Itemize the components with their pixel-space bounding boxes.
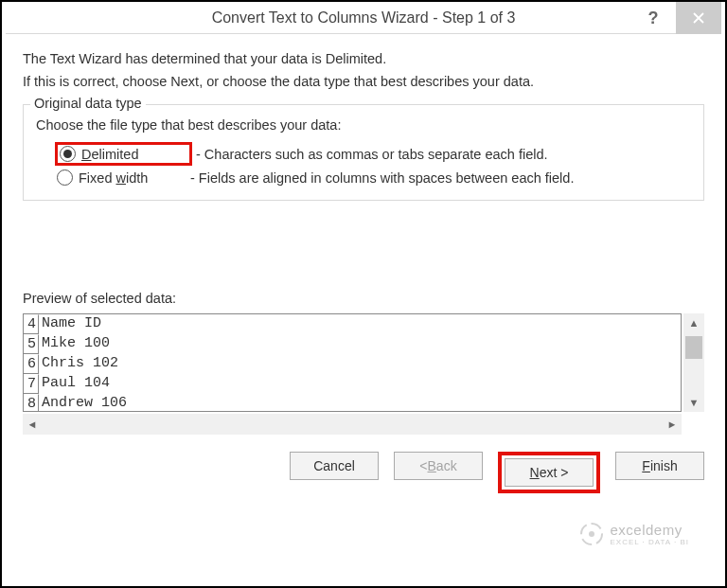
radio-delimited[interactable] <box>60 146 76 162</box>
original-data-type-group: Original data type Choose the file type … <box>23 97 704 201</box>
finish-button[interactable]: Finish <box>615 452 704 480</box>
close-button[interactable] <box>676 2 721 34</box>
group-title: Original data type <box>30 96 146 111</box>
radio-delimited-desc: - Characters such as commas or tabs sepa… <box>196 147 548 162</box>
back-button: < Back <box>394 452 483 480</box>
radio-delimited-label[interactable]: Delimited <box>81 147 184 162</box>
radio-delimited-row: Delimited - Characters such as commas or… <box>55 142 693 166</box>
svg-point-1 <box>589 531 594 537</box>
titlebar: Convert Text to Columns Wizard - Step 1 … <box>6 2 721 34</box>
preview-box[interactable]: 4Name ID 5Mike 100 6Chris 102 7Paul 104 … <box>23 313 682 412</box>
preview-label: Preview of selected data: <box>23 291 704 306</box>
scroll-down-icon[interactable]: ▼ <box>683 393 704 412</box>
preview-area: 4Name ID 5Mike 100 6Chris 102 7Paul 104 … <box>23 313 704 435</box>
preview-row: 5Mike 100 <box>24 334 681 354</box>
description-line-1: The Text Wizard has determined that your… <box>23 51 704 66</box>
radio-dot-icon <box>63 150 72 158</box>
cancel-button[interactable]: Cancel <box>290 452 379 480</box>
watermark-logo-icon <box>579 522 604 546</box>
scroll-right-icon[interactable]: ► <box>663 414 682 435</box>
radio-fixedwidth-label[interactable]: Fixed width <box>79 170 181 186</box>
help-button[interactable]: ? <box>630 2 676 34</box>
close-icon <box>692 11 705 25</box>
watermark-tagline: EXCEL · DATA · BI <box>610 538 689 546</box>
annotation-highlight-next: Next > <box>498 452 600 493</box>
preview-row: 8Andrew 106 <box>24 394 681 412</box>
preview-horizontal-scrollbar[interactable]: ◄ ► <box>23 414 682 435</box>
preview-row: 4Name ID <box>24 314 681 334</box>
dialog-title: Convert Text to Columns Wizard - Step 1 … <box>212 9 516 27</box>
svg-point-0 <box>581 524 602 544</box>
preview-vertical-scrollbar[interactable]: ▲ ▼ <box>683 313 704 412</box>
wizard-dialog: Convert Text to Columns Wizard - Step 1 … <box>6 2 721 579</box>
scroll-up-icon[interactable]: ▲ <box>683 313 704 332</box>
radio-fixedwidth-row: Fixed width - Fields are aligned in colu… <box>55 169 693 187</box>
watermark-brand: exceldemy <box>610 522 689 538</box>
next-button[interactable]: Next > <box>505 458 594 487</box>
preview-row: 7Paul 104 <box>24 374 681 394</box>
group-instruction: Choose the file type that best describes… <box>36 117 693 133</box>
radio-fixedwidth[interactable] <box>57 169 73 186</box>
annotation-highlight-delimited: Delimited <box>55 142 192 166</box>
scroll-thumb[interactable] <box>685 336 702 359</box>
button-row: Cancel < Back Next > Finish <box>6 435 721 493</box>
scroll-left-icon[interactable]: ◄ <box>23 414 42 435</box>
preview-row: 6Chris 102 <box>24 354 681 374</box>
radio-fixedwidth-desc: - Fields are aligned in columns with spa… <box>190 170 574 186</box>
description-line-2: If this is correct, choose Next, or choo… <box>23 74 704 89</box>
watermark: exceldemy EXCEL · DATA · BI <box>579 522 689 546</box>
